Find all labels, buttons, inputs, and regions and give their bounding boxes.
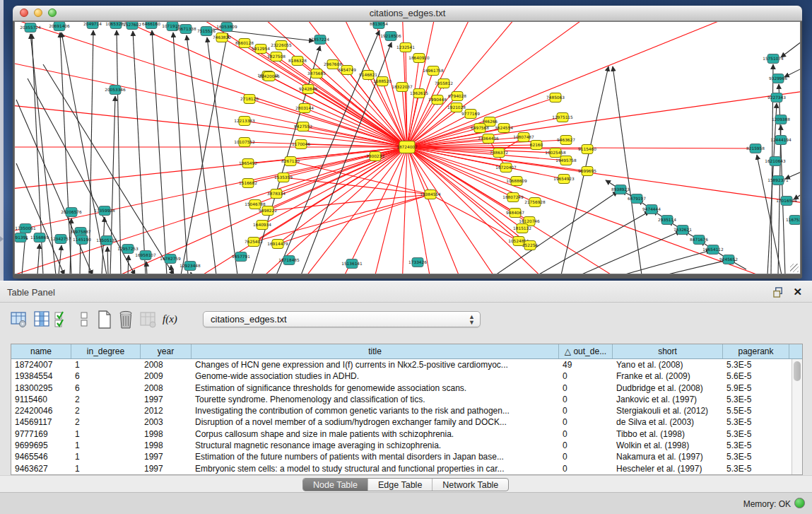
column-header[interactable]: year (141, 344, 192, 358)
graph-node[interactable]: 6794028 (448, 92, 466, 101)
graph-node[interactable]: 19654923 (553, 175, 575, 184)
graph-node[interactable]: 8938923 (611, 185, 630, 194)
graph-node[interactable]: 7463822 (213, 33, 231, 42)
graph-node[interactable]: 15892371 (767, 176, 789, 185)
graph-node[interactable]: 3875685 (307, 69, 326, 78)
graph-node[interactable]: 1156869 (30, 233, 49, 243)
graph-node[interactable]: 16958107 (135, 251, 156, 260)
table-row[interactable]: 946554611997Estimation of the future num… (11, 451, 802, 462)
tab-network-table[interactable]: Network Table (433, 479, 508, 491)
graph-node[interactable]: 10654112 (702, 245, 724, 255)
graph-node[interactable]: 23364436 (478, 134, 499, 144)
graph-node[interactable]: 7955812 (435, 79, 453, 88)
graph-node[interactable]: 9463627 (557, 136, 575, 145)
network-graph[interactable]: 7463822866012859129542322605538275088186… (15, 22, 801, 274)
table-selector-dropdown[interactable]: citations_edges.txt ▲▼ (203, 311, 481, 327)
graph-node[interactable]: 12342757 (50, 235, 71, 244)
graph-node[interactable]: 62160 (530, 141, 543, 150)
graph-node[interactable]: 1588520 (373, 77, 392, 86)
column-header[interactable]: in_degree (71, 344, 141, 358)
graph-node[interactable]: 20355724 (20, 23, 41, 33)
graph-node[interactable]: 19384554 (420, 190, 441, 199)
table-settings-icon[interactable] (11, 310, 28, 329)
graph-node[interactable]: 18724007 (396, 141, 418, 153)
graph-node[interactable]: 252254 (522, 241, 538, 250)
graph-node[interactable]: 1167533 (786, 216, 801, 225)
graph-node[interactable]: 15718485 (278, 256, 300, 265)
graph-node[interactable]: 2049714 (83, 22, 102, 29)
graph-node[interactable]: 8215958 (746, 144, 765, 153)
graph-node[interactable]: 1965492 (239, 159, 257, 168)
graph-node[interactable]: 7485063 (546, 93, 565, 103)
graph-node[interactable]: 16210643 (765, 157, 786, 166)
graph-node[interactable]: 1232541 (396, 43, 415, 52)
graph-node[interactable]: 18322037 (392, 83, 413, 92)
select-all-icon[interactable] (54, 310, 71, 329)
graph-node[interactable]: 23226055 (271, 41, 292, 50)
graph-node[interactable]: 16961758 (423, 66, 444, 76)
graph-node[interactable]: 1209388 (772, 115, 790, 124)
new-document-icon[interactable] (96, 310, 113, 329)
graph-node[interactable]: 10107552 (234, 138, 255, 147)
graph-node[interactable]: 15136141 (341, 259, 363, 269)
graph-node[interactable]: 1733426 (408, 258, 427, 267)
graph-node[interactable]: 20691406 (49, 22, 70, 31)
close-icon[interactable]: ✕ (793, 286, 802, 298)
tab-edge-table[interactable]: Edge Table (368, 479, 433, 491)
vertical-scrollbar[interactable] (792, 359, 802, 474)
table-row[interactable]: 946362711997Embryonic stem cells: a mode… (11, 463, 802, 474)
graph-node[interactable]: 391391 (15, 233, 28, 243)
graph-node[interactable]: 17350061 (15, 224, 36, 233)
table-row[interactable]: 1456911722003Disruption of a novel membe… (11, 416, 802, 428)
graph-node[interactable]: 15751074 (763, 54, 784, 64)
graph-node[interactable]: 2718126 (240, 95, 259, 104)
graph-node[interactable]: 1516682 (239, 179, 257, 188)
graph-node[interactable]: 1535359 (274, 173, 293, 182)
graph-node[interactable]: 19218506 (380, 32, 401, 41)
float-window-icon[interactable] (773, 287, 784, 298)
graph-node[interactable]: 9474444 (642, 205, 661, 214)
graph-node[interactable]: 3878334 (267, 189, 286, 199)
table-row[interactable]: 1830029562008Estimation of significance … (11, 382, 802, 394)
graph-node[interactable]: 12923448 (180, 262, 201, 271)
select-columns-icon[interactable] (34, 310, 51, 329)
table-row[interactable]: 911546021997Tourette syndrome. Phenomeno… (11, 394, 802, 405)
graph-node[interactable]: 7857224 (311, 35, 329, 45)
delete-icon[interactable] (117, 310, 134, 329)
graph-node[interactable]: 16720407 (495, 163, 517, 173)
window-titlebar[interactable]: citations_edges.txt (13, 6, 802, 21)
graph-node[interactable]: 9484067 (506, 209, 524, 218)
graph-node[interactable]: 12975115 (552, 113, 573, 122)
graph-node[interactable]: 9329966 (769, 74, 787, 83)
table-row[interactable]: 977716911998Corpus callosum shape and si… (11, 428, 802, 440)
resize-grip[interactable] (790, 264, 799, 272)
graph-node[interactable]: 6466160 (142, 22, 160, 29)
graph-node[interactable]: 9699695 (578, 167, 596, 176)
graph-node[interactable]: 9115460 (578, 145, 596, 154)
table-row[interactable]: 969969511998Structural magnetic resonanc… (11, 440, 802, 451)
column-header[interactable]: name (11, 344, 71, 358)
graph-node[interactable]: 1527602 (123, 22, 141, 30)
function-builder-icon[interactable]: f(x) (163, 313, 180, 332)
graph-node[interactable]: 16914479 (267, 240, 288, 249)
table-row[interactable]: 1872400712008Changes of HCN gene express… (11, 359, 802, 370)
graph-node[interactable]: 10807487 (513, 133, 534, 142)
graph-node[interactable]: 3624554 (495, 124, 513, 133)
graph-node[interactable]: 1921028 (447, 103, 466, 112)
table-row[interactable]: 1938455462009Genome-wide association stu… (11, 370, 802, 382)
column-header[interactable]: △ out_de... (559, 344, 613, 358)
tab-node-table[interactable]: Node Table (303, 479, 368, 491)
column-header[interactable]: short (613, 344, 723, 358)
column-header[interactable]: pagerank (723, 344, 789, 358)
network-canvas[interactable]: 7463822866012859129542322605538275088186… (14, 21, 801, 274)
scrollbar-thumb[interactable] (794, 361, 801, 381)
graph-node[interactable]: 8813054 (370, 22, 388, 29)
panel-collapse-arrow[interactable] (0, 236, 4, 242)
graph-node[interactable]: 1362615 (410, 89, 428, 98)
graph-node[interactable]: 2935114 (658, 216, 676, 225)
unselect-all-icon[interactable] (76, 310, 93, 329)
graph-node[interactable]: 12213383 (234, 117, 255, 126)
graph-node[interactable]: 12444194 (770, 136, 792, 145)
graph-node[interactable]: 7386372 (490, 148, 508, 158)
table-row[interactable]: 2242004622012Investigating the contribut… (11, 405, 802, 416)
